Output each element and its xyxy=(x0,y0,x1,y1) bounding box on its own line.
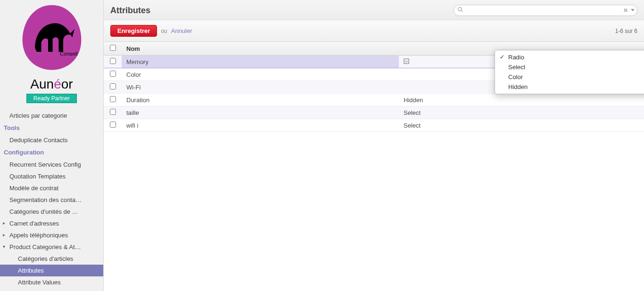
row-name[interactable]: wifi i xyxy=(122,119,399,132)
row-type[interactable]: Select xyxy=(399,119,644,132)
sidebar-item[interactable]: Quotation Templates xyxy=(0,170,103,182)
dropdown-option-label: Color xyxy=(508,73,523,81)
sidebar-item: Tools xyxy=(0,121,103,134)
sidebar-item-label: Configuration xyxy=(4,149,44,156)
row-checkbox[interactable] xyxy=(110,96,116,102)
search-input[interactable] xyxy=(454,5,637,16)
save-button[interactable]: Enregistrer xyxy=(110,25,157,37)
sidebar-item[interactable]: Catégories d'unités de … xyxy=(0,206,103,218)
sidebar-item[interactable]: Catégories d'articles xyxy=(0,253,103,265)
sidebar-item-label: Deduplicate Contacts xyxy=(9,137,68,144)
row-checkbox[interactable] xyxy=(110,109,116,115)
header: Attributes ✖ xyxy=(104,0,644,20)
sidebar-item-label: Catégories d'unités de … xyxy=(9,208,78,215)
svg-point-1 xyxy=(458,8,462,11)
brand-logo-icon: Conseil xyxy=(14,3,90,78)
type-dropdown: ✓RadioSelectColorHidden xyxy=(495,50,644,94)
sidebar-item[interactable]: Deduplicate Contacts xyxy=(0,134,103,146)
row-name[interactable]: Memory xyxy=(122,56,399,68)
sidebar-item[interactable]: Articles par categorie xyxy=(0,110,103,121)
sidebar-nav: Articles par categorieToolsDeduplicate C… xyxy=(0,108,103,291)
row-type-label: Hidden xyxy=(404,97,423,104)
dropdown-option[interactable]: Color xyxy=(495,72,644,82)
row-checkbox-cell xyxy=(104,106,122,119)
svg-text:Conseil: Conseil xyxy=(60,51,77,57)
search-dropdown-icon[interactable] xyxy=(631,9,635,11)
sidebar-item-label: Tools xyxy=(4,124,20,131)
sidebar: Conseil Aunéor Ready Partner Articles pa… xyxy=(0,0,104,291)
sidebar-item-label: Articles par categorie xyxy=(9,112,67,119)
main: Attributes ✖ Enregistrer ou Annuler 1-6 … xyxy=(104,0,644,291)
row-type[interactable]: Select xyxy=(399,106,644,119)
row-type-label: Select xyxy=(404,109,421,116)
toolbar: Enregistrer ou Annuler 1-6 sur 6 xyxy=(104,20,644,42)
row-name[interactable]: Duration xyxy=(122,94,399,106)
row-checkbox[interactable] xyxy=(110,83,116,89)
row-name[interactable]: taille xyxy=(122,106,399,119)
sidebar-item-label: Recurrent Services Config xyxy=(9,161,81,168)
svg-line-2 xyxy=(461,10,462,12)
sidebar-item-label: Segmentation des conta… xyxy=(9,196,82,203)
col-name[interactable]: Nom xyxy=(122,42,399,56)
clear-icon[interactable]: ✖ xyxy=(623,7,628,14)
row-checkbox-cell xyxy=(104,94,122,106)
sidebar-item[interactable]: ▸Carnet d'adresses xyxy=(0,218,103,229)
chevron-icon: ▸ xyxy=(3,220,5,226)
sidebar-item[interactable]: Attribute Values xyxy=(0,276,103,288)
search-icon xyxy=(457,7,463,14)
sidebar-item-label: Modèle de contrat xyxy=(9,185,58,192)
row-checkbox-cell xyxy=(104,119,122,132)
sidebar-item[interactable]: Attributes xyxy=(0,265,103,276)
sidebar-item-label: Attributes xyxy=(18,267,44,274)
sidebar-item[interactable]: Recurrent Services Config xyxy=(0,159,103,170)
page-title: Attributes xyxy=(110,6,150,16)
row-checkbox[interactable] xyxy=(110,71,116,77)
row-type[interactable]: Hidden xyxy=(399,94,644,106)
sidebar-item[interactable]: ▸Appels téléphoniques xyxy=(0,229,103,241)
row-name[interactable]: Color xyxy=(122,68,399,81)
select-all-checkbox[interactable] xyxy=(110,45,116,51)
svg-rect-3 xyxy=(404,59,409,64)
sidebar-item-label: Carnet d'adresses xyxy=(9,220,59,227)
sidebar-item-label: Catégories d'articles xyxy=(18,255,73,262)
sidebar-item-label: Attribute Values xyxy=(18,279,61,286)
dropdown-option-label: Radio xyxy=(508,54,524,61)
table-row[interactable]: tailleSelect xyxy=(104,106,644,119)
row-checkbox-cell xyxy=(104,56,122,68)
sidebar-item-label: Quotation Templates xyxy=(9,173,66,180)
sidebar-item[interactable]: ▾Product Categories & At… xyxy=(0,241,103,253)
sidebar-item[interactable]: Modèle de contrat xyxy=(0,182,103,194)
row-name[interactable]: Wi-Fi xyxy=(122,81,399,94)
dropdown-option[interactable]: ✓Radio xyxy=(495,52,644,62)
select-all-header xyxy=(104,42,122,56)
row-checkbox[interactable] xyxy=(110,58,116,64)
dropdown-option[interactable]: Hidden xyxy=(495,82,644,92)
row-type-label: Select xyxy=(404,122,421,129)
sidebar-item[interactable]: Segmentation des conta… xyxy=(0,194,103,206)
sidebar-item: Configuration xyxy=(0,146,103,159)
sidebar-item-label: Product Categories & At… xyxy=(9,243,81,251)
table-row[interactable]: DurationHidden xyxy=(104,94,644,106)
dropdown-option[interactable]: Select xyxy=(495,62,644,72)
logo: Conseil Aunéor Ready Partner xyxy=(0,0,103,108)
brand-ribbon: Ready Partner xyxy=(26,94,77,103)
sidebar-item-label: Appels téléphoniques xyxy=(9,232,68,239)
or-text: ou xyxy=(161,28,167,34)
chevron-icon: ▸ xyxy=(3,232,5,237)
table-row[interactable]: wifi iSelect xyxy=(104,119,644,132)
dropdown-open-icon[interactable] xyxy=(404,58,409,65)
search-box: ✖ xyxy=(454,5,637,16)
sidebar-item[interactable]: Public Product Categ… xyxy=(0,288,103,291)
chevron-icon: ▾ xyxy=(3,244,5,249)
check-icon: ✓ xyxy=(500,54,504,60)
row-checkbox-cell xyxy=(104,81,122,94)
dropdown-option-label: Hidden xyxy=(508,83,528,90)
row-checkbox-cell xyxy=(104,68,122,81)
pager: 1-6 sur 6 xyxy=(615,28,637,34)
cancel-link[interactable]: Annuler xyxy=(171,27,192,34)
brand-name: Aunéor xyxy=(30,77,73,91)
dropdown-option-label: Select xyxy=(508,64,525,71)
row-checkbox[interactable] xyxy=(110,121,116,128)
